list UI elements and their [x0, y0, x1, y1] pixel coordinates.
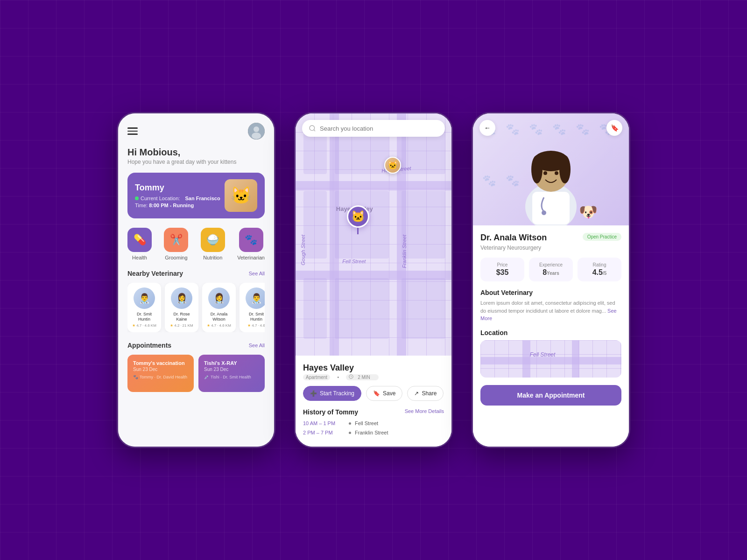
search-icon — [309, 125, 316, 132]
appt-date-0: Sun 23 Dec — [133, 367, 188, 372]
bookmark-button[interactable]: 🔖 — [606, 120, 622, 136]
vets-see-all[interactable]: See All — [249, 271, 265, 276]
fell-street-label-mini: Fell Street — [530, 351, 556, 358]
greeting: Hi Mobious, Hope you have a great day wi… — [127, 147, 265, 165]
nearby-vets-title: Nearby Veterinary — [127, 270, 183, 277]
appointments-title: Appointments — [127, 342, 171, 349]
back-button[interactable]: ← — [479, 120, 495, 136]
place-distance: 2 MIN — [346, 374, 378, 380]
grooming-label: Grooming — [165, 255, 187, 260]
history-place-1: Franklin Street — [355, 430, 388, 435]
location-section: Location Fell Street — [480, 329, 621, 378]
pin-tail — [357, 228, 359, 234]
history-time-1: 2 PM – 7 PM — [303, 430, 345, 435]
vet-avatar-3: 👨‍⚕️ — [246, 287, 265, 309]
mini-map-street-h — [480, 357, 621, 364]
dog-icon: 🐶 — [579, 203, 598, 221]
category-health[interactable]: 💊 Health — [127, 228, 152, 260]
vet-header-image: 🐾🐾🐾🐾 🐾🐾🐾🐾 ← 🔖 — [473, 113, 629, 225]
map-block-6 — [402, 191, 445, 259]
greeting-sub: Hope you have a great day with your kitt… — [127, 159, 265, 165]
svg-point-10 — [543, 171, 547, 175]
vet-specialty: Veterinary Neurosurgery — [480, 245, 621, 251]
health-icon: 💊 — [127, 228, 152, 252]
save-button[interactable]: 🔖 Save — [366, 386, 402, 401]
franklin-street-label: Franklin Street — [402, 235, 407, 268]
vet-card-1[interactable]: 👩‍⚕️ Dr. Rose Kaine ★ 4.2 · 21 KM — [165, 283, 198, 332]
search-input[interactable] — [320, 125, 438, 132]
vet-rating-3: ★ 4.7 · 4.6 — [247, 323, 265, 328]
vet-label: Veterinarian — [237, 255, 265, 260]
vet-card-3[interactable]: 👨‍⚕️ Dr. Smit Huntin ★ 4.7 · 4.6 — [240, 283, 265, 332]
vet-nav: ← 🔖 — [479, 120, 622, 136]
doctor-image: 🐶 — [509, 123, 593, 225]
vet-name-row: Dr. Anala Witson Open Practice — [480, 233, 621, 243]
vet-name-2: Dr. Anala Witson — [206, 312, 232, 322]
menu-button[interactable] — [127, 127, 138, 135]
pet-time: Time: 8:00 PM - Running — [135, 203, 225, 208]
pet-card[interactable]: Tommy Current Location: San Francisco Ti… — [127, 173, 265, 218]
share-button[interactable]: ↗ Share — [407, 386, 444, 401]
stat-experience: Experience 8Years — [529, 258, 573, 281]
vet-avatar-2: 👩‍⚕️ — [208, 287, 230, 309]
nutrition-label: Nutrition — [203, 255, 222, 260]
vet-card-2[interactable]: 👩‍⚕️ Dr. Anala Witson ★ 4.7 · 4.6 KM — [202, 283, 236, 332]
appt-sub-1: 💉Tishi · Dr. Smit Health — [204, 375, 259, 379]
location-dot — [135, 196, 139, 200]
grooming-icon: ✂️ — [164, 228, 188, 252]
location-map[interactable]: Fell Street — [480, 340, 621, 378]
appointment-1[interactable]: Tishi's X-RAY Sun 23 Dec 💉Tishi · Dr. Sm… — [198, 355, 265, 392]
phone-vet-detail: 🐾🐾🐾🐾 🐾🐾🐾🐾 ← 🔖 — [472, 112, 630, 448]
history-item-1: 2 PM – 7 PM Franklin Street — [303, 430, 444, 435]
pet-image: 🐱 — [225, 179, 257, 212]
location-pin[interactable]: 🐱 — [347, 205, 369, 234]
map-block-8 — [335, 278, 389, 339]
user-avatar[interactable] — [248, 123, 265, 140]
vet-rating-0: ★ 4.7 · 4.6 KM — [132, 323, 156, 328]
back-icon: ← — [484, 124, 491, 132]
location-title: Location — [480, 329, 621, 336]
pet-name: Tommy — [135, 183, 225, 193]
map-block-4 — [303, 191, 327, 259]
category-vet[interactable]: 🐾 Veterinarian — [237, 228, 265, 260]
category-grooming[interactable]: ✂️ Grooming — [164, 228, 188, 260]
history-dot-0 — [349, 422, 351, 425]
vet-stats: Price $35 Experience 8Years Rating 4.5/5 — [480, 258, 621, 281]
search-bar[interactable] — [302, 120, 445, 137]
svg-point-11 — [555, 171, 558, 175]
vet-icon: 🐾 — [239, 228, 263, 252]
health-label: Health — [132, 255, 147, 260]
plus-icon: ➕ — [310, 390, 317, 397]
map-bottom-panel: Hayes Valley Apartment • 2 MIN ➕ Start T… — [296, 356, 451, 447]
hayes-street — [296, 181, 451, 190]
history-item-0: 10 AM – 1 PM Fell Street — [303, 420, 444, 426]
price-value: $35 — [485, 268, 520, 277]
map-area[interactable]: Hayes Street Fell Street Gough Street Fr… — [296, 113, 451, 356]
make-appointment-button[interactable]: Make an Appointment — [480, 385, 621, 406]
distance-icon — [349, 374, 353, 379]
categories-row: 💊 Health ✂️ Grooming 🍚 Nutrition 🐾 Veter… — [127, 228, 265, 260]
appointments-header: Appointments See All — [127, 342, 265, 349]
vet-avatar-0: 👨‍⚕️ — [134, 287, 155, 309]
appointment-0[interactable]: Tommy's vaccination Sun 23 Dec 🐾Tommy · … — [127, 355, 194, 392]
experience-label: Experience — [534, 262, 568, 267]
history-see-more[interactable]: See More Details — [405, 408, 444, 416]
svg-point-1 — [254, 126, 259, 132]
vet-card-0[interactable]: 👨‍⚕️ Dr. Smit Huntin ★ 4.7 · 4.6 KM — [127, 283, 161, 332]
gough-street-label: Gough Street — [300, 235, 306, 265]
price-label: Price — [485, 262, 520, 267]
open-status-badge: Open Practice — [583, 233, 621, 241]
nearby-vets-header: Nearby Veterinary See All — [127, 270, 265, 277]
start-tracking-button[interactable]: ➕ Start Tracking — [303, 386, 361, 401]
vet-detail-body: Dr. Anala Witson Open Practice Veterinar… — [473, 225, 629, 447]
appointments-see-all[interactable]: See All — [249, 343, 265, 348]
map-block-7 — [303, 278, 327, 339]
nutrition-icon: 🍚 — [201, 228, 225, 252]
bookmark-icon: 🔖 — [373, 390, 380, 397]
history-header: History of Tommy See More Details — [303, 408, 444, 416]
place-sub: Apartment • 2 MIN — [303, 374, 444, 380]
pet-location: Current Location: San Francisco — [135, 196, 225, 201]
category-nutrition[interactable]: 🍚 Nutrition — [201, 228, 225, 260]
greeting-text: Hi Mobious, — [127, 147, 265, 158]
rating-label: Rating — [582, 262, 617, 267]
